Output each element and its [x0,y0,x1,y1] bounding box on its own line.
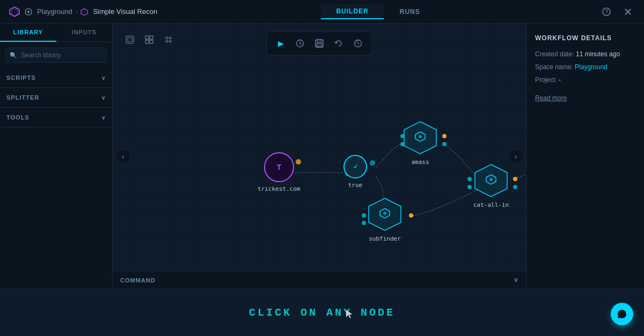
click-node-text: CLICK ON ANY NODE [249,307,395,319]
tab-builder[interactable]: BUILDER [321,4,383,19]
svg-rect-10 [128,38,132,42]
sidebar-section-splitter: SPLITTER ∨ [0,88,112,108]
canvas-toolbar: ▶ [266,31,372,56]
topbar-right: ? [599,4,635,19]
play-button[interactable]: ▶ [272,35,289,52]
tools-header[interactable]: TOOLS ∨ [6,112,106,123]
canvas-nav-left[interactable]: ‹ [115,148,131,165]
svg-point-49 [419,135,422,138]
svg-marker-1 [11,9,18,16]
node-subfinder-label: subfinder [369,235,401,242]
svg-text:?: ? [605,9,609,15]
svg-point-32 [362,213,366,218]
details-panel: WORKFLOW DETAILS Created date: 11 minute… [526,24,644,289]
svg-marker-59 [346,310,353,318]
sidebar-section-tools: TOOLS ∨ [0,108,112,128]
svg-point-55 [489,178,493,181]
sidebar-tab-inputs[interactable]: INPUTS [56,24,113,42]
connections-svg [113,24,526,289]
svg-point-3 [27,11,30,13]
svg-marker-4 [81,9,87,16]
search-icon: 🔍 [10,52,17,59]
sidebar-tabs: LIBRARY INPUTS [0,24,112,42]
history-button[interactable] [349,35,367,52]
node-trickest-label: trickest.com [258,185,300,192]
command-bar[interactable]: COMMAND ∨ [113,271,526,289]
sidebar-section-scripts: SCRIPTS ∨ [0,68,112,88]
svg-line-21 [300,44,302,45]
details-row-project: Project: - [535,76,635,84]
sidebar-search: 🔍 [0,42,112,68]
breadcrumb-workflow[interactable]: Simple Visual Recon [80,8,157,16]
svg-point-33 [362,221,366,225]
node-cat-all-in[interactable]: cat-all-in [473,163,509,208]
svg-rect-13 [145,40,149,43]
node-amass-label: amass [411,159,429,166]
svg-line-27 [358,43,359,44]
chat-button[interactable] [611,303,633,325]
grid-tool-button[interactable] [160,31,177,48]
svg-point-37 [513,177,517,181]
select-tool-button[interactable] [121,31,138,48]
svg-point-34 [409,213,413,218]
node-cat-all-in-label: cat-all-in [473,201,509,208]
svg-point-35 [467,177,472,181]
scripts-header[interactable]: SCRIPTS ∨ [6,72,106,83]
sidebar: LIBRARY INPUTS 🔍 SCRIPTS ∨ SPLITTER ∨ TO… [0,24,113,289]
details-title: WORKFLOW DETAILS [535,34,635,42]
svg-rect-12 [150,36,153,39]
main-content: LIBRARY INPUTS 🔍 SCRIPTS ∨ SPLITTER ∨ TO… [0,24,644,289]
tab-runs[interactable]: RUNS [385,4,435,19]
sidebar-tab-library[interactable]: LIBRARY [0,24,56,42]
node-amass[interactable]: amass [402,120,438,166]
tools-chevron: ∨ [101,115,106,121]
save-button[interactable] [311,35,328,52]
command-bar-expand-icon: ∨ [514,277,518,283]
close-button[interactable] [620,4,635,19]
node-true[interactable]: ✓ true [343,155,367,189]
svg-point-52 [383,212,386,215]
undo-button[interactable] [330,35,347,52]
splitter-header[interactable]: SPLITTER ∨ [6,92,106,103]
node-subfinder[interactable]: subfinder [367,197,402,242]
space-value: Playground [575,63,608,71]
svg-rect-14 [150,40,153,43]
help-button[interactable]: ? [599,4,614,19]
breadcrumb-playground[interactable]: Playground [25,8,72,16]
bottom-area: CLICK ON ANY NODE [0,289,644,336]
svg-point-30 [442,134,447,138]
search-input[interactable] [5,48,107,63]
details-row-created: Created date: 11 minutes ago [535,50,635,58]
node-true-label: true [348,182,363,189]
trickest-logo [9,6,20,18]
details-row-space: Space name: Playground [535,63,635,71]
svg-point-31 [442,142,447,146]
breadcrumb: Playground › Simple Visual Recon [25,8,157,16]
schedule-button[interactable] [291,35,309,52]
svg-rect-11 [145,36,149,39]
canvas-nav-right[interactable]: › [508,148,524,165]
svg-rect-23 [317,40,321,42]
svg-point-36 [467,185,472,189]
canvas-toolbar-left [121,31,177,48]
scripts-chevron: ∨ [101,75,106,81]
node-trickest[interactable]: T trickest.com [258,152,300,192]
svg-rect-24 [317,43,322,47]
svg-rect-9 [126,36,134,43]
splitter-chevron: ∨ [101,95,106,101]
topbar: Playground › Simple Visual Recon BUILDER… [0,0,644,24]
read-more-link[interactable]: Read more [535,94,635,102]
breadcrumb-sep: › [76,9,78,15]
cursor-indicator [346,309,353,321]
search-wrap: 🔍 [5,48,107,63]
topbar-left: Playground › Simple Visual Recon [9,6,157,18]
topbar-tabs: BUILDER RUNS [321,4,435,19]
canvas-area[interactable]: ▶ [113,24,526,289]
svg-point-46 [370,160,375,166]
fit-tool-button[interactable] [141,31,158,48]
svg-point-38 [513,185,517,189]
